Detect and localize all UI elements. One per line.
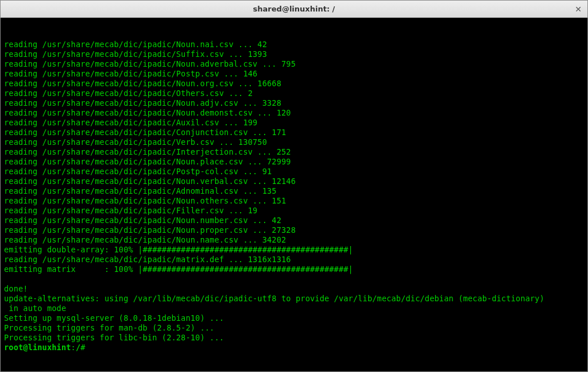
output-line: reading /usr/share/mecab/dic/ipadic/Othe… xyxy=(4,89,584,98)
output-line: reading /usr/share/mecab/dic/ipadic/Noun… xyxy=(4,79,584,89)
output-line: reading /usr/share/mecab/dic/ipadic/Noun… xyxy=(4,216,584,225)
output-line: emitting double-array: 100% |###########… xyxy=(4,245,584,255)
output-lines: reading /usr/share/mecab/dic/ipadic/Noun… xyxy=(4,40,584,343)
output-line xyxy=(4,274,584,284)
prompt-line: root@linuxhint:/# xyxy=(4,343,584,352)
output-line: reading /usr/share/mecab/dic/ipadic/Auxi… xyxy=(4,118,584,128)
output-line: reading /usr/share/mecab/dic/ipadic/Conj… xyxy=(4,128,584,137)
output-line: reading /usr/share/mecab/dic/ipadic/Noun… xyxy=(4,225,584,235)
output-line: reading /usr/share/mecab/dic/ipadic/matr… xyxy=(4,255,584,264)
prompt-symbol: # xyxy=(80,343,85,352)
prompt-path: / xyxy=(76,343,80,352)
output-line: reading /usr/share/mecab/dic/ipadic/Noun… xyxy=(4,108,584,118)
output-line: reading /usr/share/mecab/dic/ipadic/Noun… xyxy=(4,157,584,167)
output-line: reading /usr/share/mecab/dic/ipadic/Noun… xyxy=(4,196,584,206)
output-line: done! xyxy=(4,284,584,294)
output-line: in auto mode xyxy=(4,304,584,313)
output-line: reading /usr/share/mecab/dic/ipadic/Noun… xyxy=(4,177,584,186)
output-line: reading /usr/share/mecab/dic/ipadic/Post… xyxy=(4,69,584,79)
output-line: Processing triggers for libc-bin (2.28-1… xyxy=(4,333,584,343)
window-title: shared@linuxhint: / xyxy=(253,5,335,13)
output-line: Processing triggers for man-db (2.8.5-2)… xyxy=(4,323,584,333)
output-line: reading /usr/share/mecab/dic/ipadic/Noun… xyxy=(4,98,584,108)
output-line: emitting matrix : 100% |################… xyxy=(4,264,584,274)
terminal-window: shared@linuxhint: / ✕ reading /usr/share… xyxy=(0,0,588,372)
window-titlebar[interactable]: shared@linuxhint: / ✕ xyxy=(1,1,587,18)
output-line: reading /usr/share/mecab/dic/ipadic/Suff… xyxy=(4,49,584,59)
output-line: reading /usr/share/mecab/dic/ipadic/Adno… xyxy=(4,186,584,196)
output-line: reading /usr/share/mecab/dic/ipadic/Verb… xyxy=(4,137,584,147)
output-line: reading /usr/share/mecab/dic/ipadic/Noun… xyxy=(4,235,584,245)
prompt-separator: : xyxy=(71,343,76,352)
output-line: reading /usr/share/mecab/dic/ipadic/Inte… xyxy=(4,147,584,157)
output-line: reading /usr/share/mecab/dic/ipadic/Post… xyxy=(4,167,584,177)
output-line: Setting up mysql-server (8.0.18-1debian1… xyxy=(4,313,584,323)
close-icon[interactable]: ✕ xyxy=(574,5,583,14)
terminal-output[interactable]: reading /usr/share/mecab/dic/ipadic/Noun… xyxy=(1,18,587,371)
output-line: update-alternatives: using /var/lib/meca… xyxy=(4,294,584,304)
output-line: reading /usr/share/mecab/dic/ipadic/Noun… xyxy=(4,59,584,69)
prompt-user-host: root@linuxhint xyxy=(4,343,71,352)
output-line: reading /usr/share/mecab/dic/ipadic/Fill… xyxy=(4,206,584,216)
output-line: reading /usr/share/mecab/dic/ipadic/Noun… xyxy=(4,40,584,49)
